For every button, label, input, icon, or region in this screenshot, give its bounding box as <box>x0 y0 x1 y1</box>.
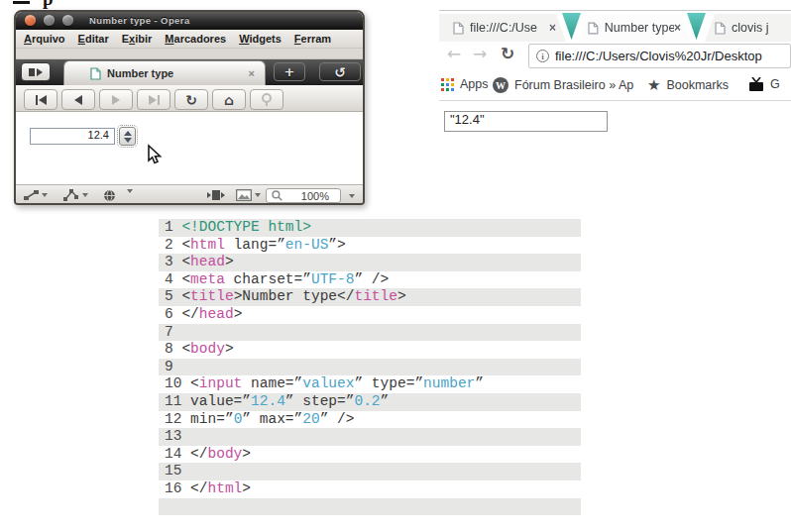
url-text: file:///C:/Users/Clovis%20Jr/Desktop <box>555 49 762 63</box>
image-icon <box>236 189 252 201</box>
number-stepper[interactable] <box>119 127 136 146</box>
omnibox[interactable]: i file:///C:/Users/Clovis%20Jr/Desktop <box>528 44 791 68</box>
new-tab-button[interactable]: + <box>274 62 305 81</box>
maximize-button[interactable] <box>62 15 73 26</box>
bookmark-forum[interactable]: W Fórum Brasileiro » Ap <box>493 77 633 93</box>
network-menu-button[interactable] <box>103 189 116 202</box>
caret-down-icon <box>42 193 48 197</box>
reload-button[interactable]: ↻ <box>174 89 208 110</box>
search-icon <box>261 93 273 107</box>
zoom-caret-button[interactable] <box>349 194 355 198</box>
tab-number-type[interactable]: Number type × <box>580 14 691 42</box>
info-icon[interactable]: i <box>536 50 549 62</box>
reload-button[interactable]: ↻ <box>501 44 514 63</box>
code-line: 1 <!DOCTYPE html> <box>159 219 581 237</box>
bookmark-label: Bookmarks <box>666 78 729 92</box>
forward-button[interactable]: → <box>473 44 487 63</box>
tab-close-icon[interactable]: × <box>674 21 681 35</box>
tab-label: clovis j <box>732 21 769 35</box>
rewind-button[interactable] <box>24 89 57 110</box>
code-line: 13 <box>159 428 581 446</box>
opera-personal-bar <box>16 49 363 59</box>
caret-down-icon <box>127 189 133 193</box>
search-button[interactable] <box>250 89 283 110</box>
code-line: 10 <input name=”valuex” type=”number” <box>159 375 581 393</box>
forward-button[interactable] <box>99 89 133 110</box>
apps-grid-icon <box>441 78 454 91</box>
tab-clovis[interactable]: clovis j <box>705 14 791 42</box>
sync-menu-button[interactable] <box>24 189 48 201</box>
panel-arrow-icon <box>37 68 43 76</box>
images-toggle-button[interactable] <box>236 189 261 201</box>
closed-tabs-button[interactable]: ↺ <box>319 62 361 81</box>
code-line: 6 </head> <box>159 306 581 324</box>
bookmark-bookmarks[interactable]: ★ Bookmarks <box>647 77 729 92</box>
back-button[interactable]: ← <box>447 44 461 63</box>
network-caret-button[interactable] <box>127 189 133 193</box>
window-title: Number type - Opera <box>89 15 190 26</box>
back-button[interactable] <box>61 89 95 110</box>
panel-arrows-icon <box>206 189 226 201</box>
menu-item-arquivo[interactable]: Arquivo <box>24 33 65 45</box>
menu-item-widgets[interactable]: Widgets <box>239 33 282 45</box>
code-line: 9 <box>159 359 581 376</box>
code-line: 4 <meta charset=”UTF-8” /> <box>159 271 581 289</box>
tab-close-icon[interactable]: × <box>249 67 255 79</box>
opera-titlebar[interactable]: Number type - Opera <box>16 12 363 30</box>
text-input[interactable]: "12.4" <box>444 111 608 132</box>
minimize-button[interactable] <box>44 15 55 26</box>
number-input[interactable]: 12.4 <box>30 128 115 145</box>
cropped-text-fragment <box>13 1 30 4</box>
code-line: 15 <box>159 463 581 480</box>
opera-page-content: 12.4 <box>16 112 363 184</box>
sync-icon <box>24 189 39 201</box>
opera-tab-bar: Number type × + ↺ <box>16 59 363 85</box>
menu-item-ferram[interactable]: Ferram <box>294 33 331 45</box>
code-line: 8 <body> <box>159 341 581 359</box>
tab-number-type[interactable]: Number type × <box>63 60 266 85</box>
zoom-value: 100% <box>301 190 329 202</box>
home-button[interactable]: ⌂ <box>212 89 246 110</box>
fit-width-button[interactable] <box>206 189 226 201</box>
mouse-cursor <box>145 144 165 165</box>
step-down-icon <box>124 138 132 143</box>
bookmarks-bar: Apps W Fórum Brasileiro » Ap ★ Bookmarks… <box>439 71 791 101</box>
panel-icon <box>29 68 35 76</box>
tab-close-icon[interactable]: × <box>549 21 556 35</box>
menu-item-exibir[interactable]: Exibir <box>122 33 153 45</box>
opera-navigation-toolbar: ↻ ⌂ <box>16 85 363 112</box>
code-line: 11 value=”12.4” step=”0.2” <box>159 393 581 411</box>
star-icon: ★ <box>647 77 660 92</box>
wordpress-icon: W <box>493 77 508 93</box>
theme-wedge <box>562 13 581 40</box>
screenshot-canvas: p Number type - Opera ArquivoEditarExibi… <box>0 0 791 532</box>
chrome-window: file:///C:/Use × Number type × clovis j <box>439 10 791 135</box>
forward-icon <box>112 95 120 105</box>
tab-label: Number type <box>605 21 674 35</box>
opera-status-bar: 100% <box>16 184 363 205</box>
tab-file-url[interactable]: file:///C:/Use × <box>439 14 566 42</box>
chrome-tab-strip: file:///C:/Use × Number type × clovis j <box>439 11 791 42</box>
code-listing: 1 <!DOCTYPE html>2 <html lang=”en-US”>3 … <box>159 219 581 515</box>
cropped-text-fragment-letter: p <box>43 0 54 10</box>
zoom-control[interactable]: 100% <box>266 188 341 203</box>
bookmark-g[interactable]: G <box>748 77 780 91</box>
tv-icon <box>748 77 764 91</box>
chrome-toolbar: ← → ↻ i file:///C:/Users/Clovis%20Jr/Des… <box>439 42 791 71</box>
panel-toggle-button[interactable] <box>21 62 51 81</box>
code-line: 3 <head> <box>159 254 581 271</box>
menu-item-marcadores[interactable]: Marcadores <box>165 33 226 45</box>
caret-down-icon <box>255 193 261 197</box>
share-menu-button[interactable] <box>63 189 88 201</box>
magnifier-icon <box>272 190 282 201</box>
opera-menu-bar: ArquivoEditarExibirMarcadoresWidgetsFerr… <box>16 30 363 49</box>
apps-label: Apps <box>460 77 489 91</box>
fast-forward-button[interactable] <box>137 89 170 110</box>
opera-app-icon[interactable] <box>25 15 36 26</box>
reload-icon: ↻ <box>185 93 197 107</box>
menu-item-editar[interactable]: Editar <box>78 33 109 45</box>
bookmark-label: Fórum Brasileiro » Ap <box>514 78 633 92</box>
apps-shortcut[interactable]: Apps <box>441 77 489 91</box>
theme-wedge <box>687 13 706 40</box>
bar-icon <box>158 95 160 105</box>
